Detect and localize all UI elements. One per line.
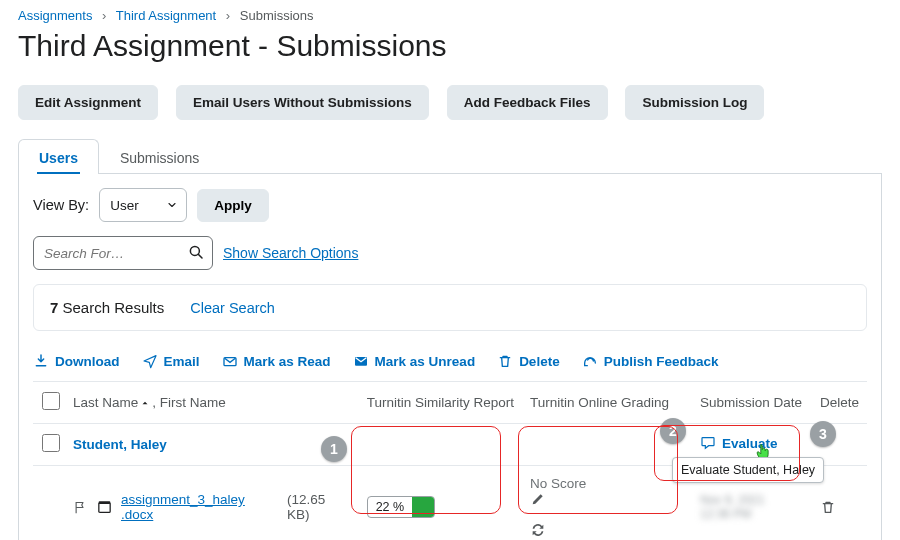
edit-assignment-button[interactable]: Edit Assignment [18,85,158,120]
svg-line-1 [198,254,202,258]
breadcrumb-sep: › [102,8,106,23]
student-link[interactable]: Student, Haley [73,437,167,452]
mark-unread-action[interactable]: Mark as Unread [353,353,476,369]
annotation-badge-3: 3 [810,421,836,447]
flag-icon[interactable] [73,500,88,515]
search-results-count: 7 Search Results [50,299,164,316]
search-input[interactable] [33,236,213,270]
clear-search-link[interactable]: Clear Search [190,300,275,316]
breadcrumb-sep: › [226,8,230,23]
submission-log-button[interactable]: Submission Log [625,85,764,120]
tab-users[interactable]: Users [18,139,99,174]
file-icon [96,499,113,516]
submissions-table: Last Name , First Name Turnitin Similari… [33,381,867,540]
viewby-select[interactable]: User [99,188,187,222]
viewby-label: View By: [33,197,89,213]
no-score-label: No Score [530,476,586,491]
select-all-checkbox[interactable] [42,392,60,410]
viewby-value: User [110,198,139,213]
th-similarity: Turnitin Similarity Report [359,382,522,424]
apply-button[interactable]: Apply [197,189,269,222]
similarity-bar [412,497,434,517]
edit-grade-icon[interactable] [530,491,684,507]
breadcrumb-current: Submissions [240,8,314,23]
similarity-pill[interactable]: 22 % [367,496,436,518]
search-icon[interactable] [187,243,205,261]
annotation-badge-2: 2 [660,418,686,444]
page-title: Third Assignment - Submissions [18,29,882,63]
evaluate-tooltip: Evaluate Student, Haley [672,457,824,483]
file-link[interactable]: assignment_3_haley .docx [121,492,279,522]
email-without-button[interactable]: Email Users Without Submissions [176,85,429,120]
delete-submission-icon[interactable] [820,499,859,515]
action-button-row: Edit Assignment Email Users Without Subm… [18,85,882,120]
annotation-badge-1: 1 [321,436,347,462]
submission-date-cell: Nov 9, 202112:36 PM [700,493,804,522]
tab-bar: Users Submissions [18,138,882,174]
publish-feedback-action[interactable]: Publish Feedback [582,353,719,369]
th-submission-date: Submission Date [692,382,812,424]
breadcrumb: Assignments › Third Assignment › Submiss… [18,8,882,23]
refresh-icon[interactable] [530,522,684,538]
th-delete: Delete [812,382,867,424]
breadcrumb-third-assignment[interactable]: Third Assignment [116,8,216,23]
similarity-value: 22 % [368,500,413,514]
file-size: (12.65 KB) [287,492,351,522]
svg-rect-4 [99,502,110,512]
sort-asc-icon [140,398,150,408]
chevron-down-icon [166,199,178,211]
th-online-grading: Turnitin Online Grading [522,382,692,424]
search-results-bar: 7 Search Results Clear Search [33,284,867,331]
svg-rect-5 [99,501,110,504]
th-name[interactable]: Last Name , First Name [69,382,359,424]
email-action[interactable]: Email [142,353,200,369]
add-feedback-files-button[interactable]: Add Feedback Files [447,85,608,120]
bulk-actions-row: Download Email Mark as Read Mark as Unre… [33,353,867,369]
download-action[interactable]: Download [33,353,120,369]
row-checkbox[interactable] [42,434,60,452]
users-panel: View By: User Apply Show Search Options … [18,174,882,540]
breadcrumb-assignments[interactable]: Assignments [18,8,92,23]
show-search-options-link[interactable]: Show Search Options [223,245,358,261]
table-row-student: Student, Haley 1 2 Evaluate [33,424,867,466]
tab-submissions[interactable]: Submissions [99,139,220,174]
speech-bubble-icon [700,435,716,451]
mark-read-action[interactable]: Mark as Read [222,353,331,369]
delete-action[interactable]: Delete [497,353,560,369]
